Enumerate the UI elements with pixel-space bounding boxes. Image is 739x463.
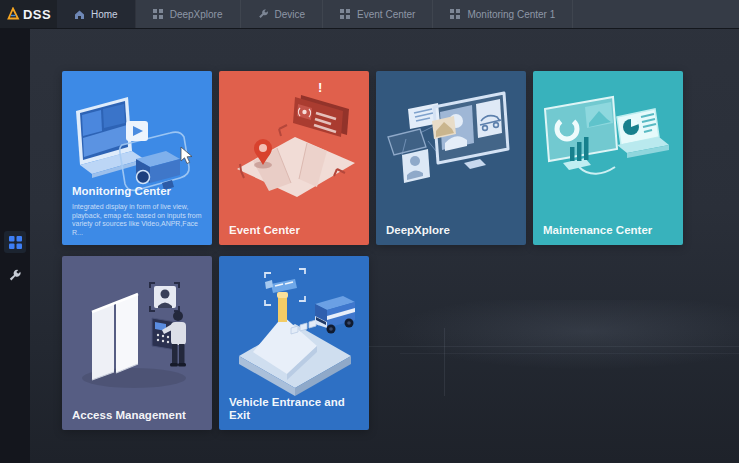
door-keypad-person-illustration	[62, 256, 212, 430]
card-title: Access Management	[72, 409, 204, 422]
dss-logo: DSS	[0, 0, 57, 28]
tab-label: Event Center	[357, 9, 415, 20]
card-label: Monitoring Center Integrated display in …	[72, 185, 204, 237]
card-description: Integrated display in form of live view,…	[72, 203, 204, 237]
card-deepxplore[interactable]: DeepXplore	[376, 71, 526, 245]
card-label: Access Management	[72, 409, 204, 422]
tab-home[interactable]: Home	[57, 0, 136, 28]
app-cards-grid: Monitoring Center Integrated display in …	[62, 71, 692, 430]
left-sidebar	[0, 29, 30, 463]
truck	[315, 296, 355, 334]
tab-label: Home	[91, 9, 118, 20]
tab-deepxplore[interactable]: DeepXplore	[136, 0, 241, 28]
card-monitoring-center[interactable]: Monitoring Center Integrated display in …	[62, 71, 212, 245]
card-title: DeepXplore	[386, 224, 518, 237]
alert-exclamation-glyph: !	[318, 80, 322, 95]
grid-icon	[153, 9, 164, 20]
grid-icon	[450, 9, 461, 20]
tab-label: DeepXplore	[170, 9, 223, 20]
card-title: Maintenance Center	[543, 224, 675, 237]
card-label: Vehicle Entrance and Exit	[229, 396, 361, 422]
face-scan-frame	[150, 283, 179, 311]
top-navigation-bar: DSS Home DeepXplore Device Event Center	[0, 0, 739, 29]
sidebar-apps-button[interactable]	[4, 231, 26, 253]
apps-grid-icon	[9, 236, 22, 249]
grid-icon	[340, 9, 351, 20]
map-pin-alert-illustration: !	[219, 71, 369, 245]
tab-label: Device	[275, 9, 306, 20]
card-vehicle-entrance-exit[interactable]: Vehicle Entrance and Exit	[219, 256, 369, 430]
sidebar-tools-button[interactable]	[4, 265, 26, 287]
card-label: DeepXplore	[386, 224, 518, 237]
wrench-icon	[8, 269, 22, 283]
card-maintenance-center[interactable]: Maintenance Center	[533, 71, 683, 245]
card-label: Maintenance Center	[543, 224, 675, 237]
dss-logo-icon	[6, 7, 20, 21]
tab-monitoring-center-1[interactable]: Monitoring Center 1	[433, 0, 573, 28]
wrench-icon	[258, 9, 269, 20]
card-label: Event Center	[229, 224, 361, 237]
card-access-management[interactable]: Access Management	[62, 256, 212, 430]
dss-home-screen: DSS Home DeepXplore Device Event Center	[0, 0, 739, 463]
monitor-person-car-network-illustration	[376, 71, 526, 245]
tab-label: Monitoring Center 1	[467, 9, 555, 20]
tab-device[interactable]: Device	[241, 0, 324, 28]
dss-logo-text: DSS	[23, 7, 51, 22]
dashboards-and-report-illustration	[533, 71, 683, 245]
card-title: Monitoring Center	[72, 185, 204, 198]
tab-event-center[interactable]: Event Center	[323, 0, 433, 28]
card-event-center[interactable]: ! Event Center	[219, 71, 369, 245]
card-title: Vehicle Entrance and Exit	[229, 396, 361, 422]
card-title: Event Center	[229, 224, 361, 237]
home-icon	[74, 9, 85, 20]
